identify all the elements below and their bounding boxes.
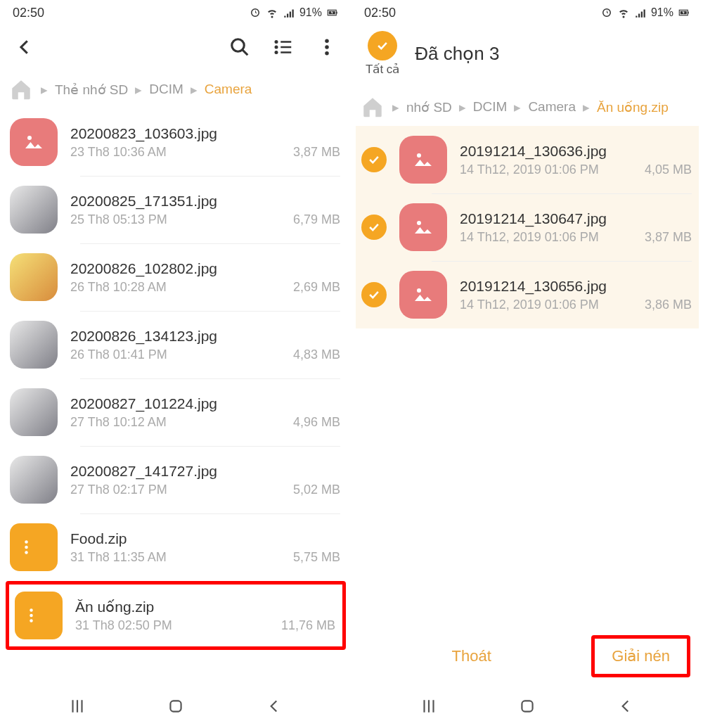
more-button[interactable]	[316, 37, 337, 58]
status-time: 02:50	[13, 6, 44, 20]
svg-point-25	[417, 221, 421, 225]
file-row[interactable]: 20191214_130636.jpg 14 Th12, 2019 01:06 …	[356, 126, 699, 193]
file-row[interactable]: 20200827_141727.jpg 27 Th8 02:17 PM5,02 …	[4, 446, 347, 513]
signal-icon	[634, 6, 647, 19]
view-list-button[interactable]	[273, 37, 294, 58]
file-name: 20200823_103603.jpg	[70, 125, 340, 142]
nav-back-button[interactable]	[265, 697, 283, 718]
file-name: Food.zip	[70, 530, 340, 547]
file-name: 20191214_130647.jpg	[460, 210, 692, 227]
file-date: 25 Th8 05:13 PM	[70, 212, 167, 227]
breadcrumb-item[interactable]: DCIM	[473, 99, 508, 115]
file-date: 14 Th12, 2019 01:06 PM	[460, 162, 599, 177]
file-list[interactable]: 20191214_130636.jpg 14 Th12, 2019 01:06 …	[352, 126, 703, 621]
file-name: 20200825_171351.jpg	[70, 193, 340, 210]
highlight-annotation: Giải nén	[591, 635, 690, 677]
file-thumbnail	[10, 456, 58, 504]
check-icon	[368, 31, 397, 60]
home-button[interactable]	[518, 697, 536, 718]
file-size: 6,79 MB	[293, 212, 340, 227]
home-icon[interactable]	[360, 95, 385, 119]
file-date: 26 Th8 10:28 AM	[70, 280, 167, 295]
nav-bar	[352, 687, 703, 728]
file-date: 27 Th8 02:17 PM	[70, 483, 167, 497]
file-list[interactable]: 20200823_103603.jpg 23 Th8 10:36 AM3,87 …	[0, 108, 352, 687]
chevron-right-icon: ▸	[459, 99, 466, 115]
svg-rect-22	[688, 12, 689, 14]
file-name: 20191214_130636.jpg	[460, 143, 692, 160]
alarm-icon	[249, 6, 262, 19]
svg-point-18	[30, 614, 33, 618]
image-icon	[399, 203, 447, 251]
file-thumbnail	[10, 321, 58, 369]
nav-back-button[interactable]	[617, 697, 635, 718]
file-row[interactable]: 20191214_130647.jpg 14 Th12, 2019 01:06 …	[356, 193, 699, 261]
check-icon[interactable]	[361, 282, 387, 307]
recents-button[interactable]	[68, 697, 86, 718]
image-icon	[399, 136, 447, 184]
check-icon[interactable]	[361, 147, 387, 172]
breadcrumb-item[interactable]: Camera	[528, 99, 576, 115]
status-time: 02:50	[364, 6, 396, 20]
image-icon	[10, 118, 58, 166]
selection-header: Tất cả Đã chọn 3	[352, 25, 703, 87]
svg-rect-1	[336, 12, 337, 14]
home-icon[interactable]	[8, 77, 34, 101]
svg-point-13	[27, 136, 32, 140]
breadcrumb-item-current: Ăn uống.zip	[597, 99, 669, 115]
file-row[interactable]: 20200825_171351.jpg 25 Th8 05:13 PM6,79 …	[4, 176, 347, 243]
file-date: 31 Th8 11:35 AM	[70, 550, 167, 565]
file-size: 3,87 MB	[293, 145, 340, 160]
svg-rect-20	[170, 701, 181, 711]
select-all-button[interactable]: Tất cả	[366, 31, 399, 77]
breadcrumb-item[interactable]: nhớ SD	[406, 99, 452, 115]
back-button[interactable]	[14, 37, 35, 58]
exit-button[interactable]: Thoát	[352, 636, 591, 677]
svg-point-12	[325, 51, 329, 56]
wifi-icon	[617, 6, 630, 19]
breadcrumb-item[interactable]: Thẻ nhớ SD	[55, 82, 128, 98]
chevron-right-icon: ▸	[41, 82, 48, 98]
file-row[interactable]: Food.zip 31 Th8 11:35 AM5,75 MB	[4, 513, 347, 581]
file-row[interactable]: Ăn uống.zip 31 Th8 02:50 PM11,76 MB	[9, 585, 342, 646]
image-icon	[399, 271, 447, 319]
file-date: 26 Th8 01:41 PM	[70, 347, 167, 362]
svg-rect-7	[280, 46, 291, 49]
recents-button[interactable]	[420, 697, 438, 718]
signal-icon	[283, 6, 295, 19]
file-size: 5,75 MB	[293, 550, 340, 565]
status-bar: 02:50 91%	[352, 0, 703, 25]
svg-point-11	[325, 45, 329, 49]
svg-rect-5	[280, 41, 291, 43]
file-name: 20200826_134123.jpg	[70, 328, 340, 345]
extract-button[interactable]: Giải nén	[595, 639, 687, 674]
file-name: 20200826_102802.jpg	[70, 260, 340, 277]
file-thumbnail	[10, 253, 58, 301]
file-size: 4,96 MB	[293, 415, 340, 430]
search-button[interactable]	[229, 37, 250, 58]
file-size: 5,02 MB	[293, 483, 340, 497]
home-button[interactable]	[167, 697, 185, 718]
highlight-annotation: Ăn uống.zip 31 Th8 02:50 PM11,76 MB	[6, 581, 346, 650]
file-row[interactable]: 20200826_134123.jpg 26 Th8 01:41 PM4,83 …	[4, 311, 347, 378]
file-row[interactable]: 20200823_103603.jpg 23 Th8 10:36 AM3,87 …	[4, 108, 347, 176]
svg-point-3	[232, 39, 245, 52]
svg-point-8	[275, 51, 278, 54]
bottom-actions: Thoát Giải nén	[352, 621, 703, 687]
file-thumbnail	[10, 186, 58, 234]
breadcrumb-item[interactable]: DCIM	[149, 82, 183, 97]
file-size: 4,05 MB	[645, 162, 692, 177]
file-row[interactable]: 20200826_102802.jpg 26 Th8 10:28 AM2,69 …	[4, 243, 347, 311]
file-size: 11,76 MB	[281, 618, 335, 633]
file-name: 20200827_101224.jpg	[70, 395, 340, 412]
screen-left: 02:50 91% ▸ Thẻ nhớ SD ▸	[0, 0, 352, 728]
battery-icon	[326, 6, 339, 19]
file-name: Ăn uống.zip	[75, 599, 335, 615]
file-row[interactable]: 20200827_101224.jpg 27 Th8 10:12 AM4,96 …	[4, 378, 347, 446]
chevron-right-icon: ▸	[191, 82, 198, 98]
svg-rect-9	[280, 51, 291, 53]
file-date: 14 Th12, 2019 01:06 PM	[460, 230, 599, 245]
file-row[interactable]: 20191214_130656.jpg 14 Th12, 2019 01:06 …	[356, 261, 699, 328]
check-icon[interactable]	[361, 215, 387, 240]
chevron-right-icon: ▸	[583, 99, 590, 115]
